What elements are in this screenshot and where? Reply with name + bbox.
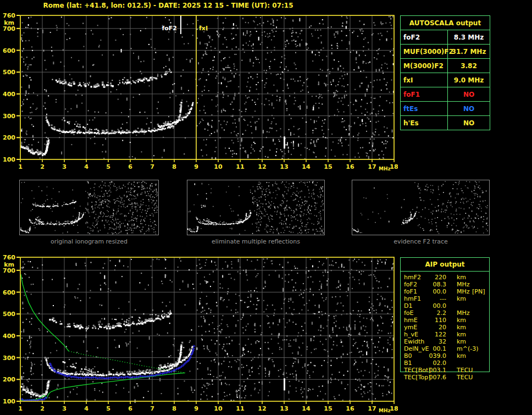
svg-text:400: 400 bbox=[3, 91, 15, 98]
svg-text:10: 10 bbox=[214, 405, 223, 412]
fof2-marker-label: foF2 bbox=[162, 25, 177, 32]
panel-caption-eliminate: eliminate multiple reflections bbox=[187, 238, 325, 245]
autoscala-param-value: 9.0 MHz bbox=[448, 73, 490, 87]
autoscala-row-h'Es: h'EsNO bbox=[401, 116, 490, 130]
aip-row-foF2: foF208.3MHz bbox=[400, 281, 490, 288]
autoscala-param-label: foF1 bbox=[401, 87, 448, 101]
svg-text:12: 12 bbox=[258, 405, 266, 412]
aip-unit: MHz bbox=[457, 309, 470, 317]
svg-text:7: 7 bbox=[150, 163, 154, 170]
svg-text:200: 200 bbox=[3, 376, 15, 383]
svg-text:600: 600 bbox=[3, 289, 15, 296]
autoscala-param-value: NO bbox=[448, 102, 490, 115]
autoscala-param-value: NO bbox=[448, 87, 490, 101]
autoscala-param-label: foF2 bbox=[401, 30, 448, 44]
aip-label: foF2 bbox=[404, 281, 417, 288]
aip-value: 00.0 bbox=[424, 288, 446, 295]
aip-row-TEC[Top]: TEC[Top]007.6TECU bbox=[400, 374, 490, 381]
svg-text:300: 300 bbox=[3, 355, 15, 362]
panel-caption-original: original ionogram resized bbox=[19, 238, 159, 245]
aip-row-h_vE: h_vE122km bbox=[400, 331, 490, 338]
svg-text:600: 600 bbox=[3, 47, 15, 54]
aip-value: 2.2 bbox=[424, 309, 446, 317]
svg-text:18: 18 bbox=[390, 405, 398, 412]
aip-row-Ewidth: Ewidth32km bbox=[400, 338, 490, 345]
svg-text:4: 4 bbox=[84, 163, 88, 170]
speckle-noise bbox=[21, 181, 158, 234]
aip-unit: km bbox=[457, 338, 466, 345]
autoscala-row-foF1: foF1NO bbox=[401, 87, 490, 102]
autoscala-param-label: ftEs bbox=[401, 102, 448, 115]
svg-text:400: 400 bbox=[3, 333, 15, 340]
speckle-noise bbox=[21, 258, 394, 403]
aip-unit: TECU bbox=[457, 374, 473, 381]
aip-label: Ewidth bbox=[404, 338, 424, 345]
svg-text:11: 11 bbox=[236, 405, 244, 412]
echo-traces bbox=[20, 200, 84, 234]
svg-text:17: 17 bbox=[368, 163, 376, 170]
svg-text:6: 6 bbox=[128, 405, 132, 412]
echo-traces bbox=[20, 311, 193, 397]
aip-label: ymE bbox=[404, 324, 417, 331]
svg-text:8: 8 bbox=[172, 163, 176, 170]
svg-text:6: 6 bbox=[128, 163, 132, 170]
svg-text:10: 10 bbox=[214, 163, 223, 170]
svg-text:2: 2 bbox=[40, 405, 45, 412]
grid-lines bbox=[20, 15, 394, 159]
svg-text:5: 5 bbox=[106, 163, 110, 170]
aip-unit: km bbox=[457, 331, 466, 338]
aip-label: hmF1 bbox=[404, 295, 421, 302]
autoscala-row-MUF(3000)F2: MUF(3000)F231.7 MHz bbox=[401, 45, 490, 59]
svg-text:km: km bbox=[4, 19, 14, 26]
aip-row-B0: B0039.0km bbox=[400, 352, 490, 359]
svg-text:16: 16 bbox=[346, 405, 354, 412]
autoscala-row-fxI: fxI9.0 MHz bbox=[401, 73, 490, 87]
autoscala-row-M(3000)F2: M(3000)F23.82 bbox=[401, 59, 490, 73]
aip-value: 003.1 bbox=[424, 367, 446, 374]
svg-text:11: 11 bbox=[236, 163, 244, 170]
aip-label: foF1 bbox=[404, 288, 417, 295]
autoscala-param-label: M(3000)F2 bbox=[401, 59, 448, 73]
svg-text:14: 14 bbox=[302, 405, 311, 412]
aip-value: 00.0 bbox=[424, 302, 446, 309]
svg-text:9: 9 bbox=[194, 405, 198, 412]
svg-text:2: 2 bbox=[40, 163, 45, 170]
svg-text:15: 15 bbox=[324, 163, 332, 170]
aip-value: 110 bbox=[424, 317, 446, 324]
aip-value: 122 bbox=[424, 331, 446, 338]
aip-label: B0 bbox=[404, 352, 412, 359]
aip-unit: km bbox=[457, 295, 466, 302]
fxi-marker-label: fxI bbox=[199, 25, 208, 32]
aip-row-hmF1: hmF1---km bbox=[400, 295, 490, 302]
aip-unit: m^(-3) bbox=[457, 345, 478, 352]
aip-value: 32 bbox=[424, 338, 446, 345]
panel-evidence-f2-trace bbox=[352, 180, 490, 235]
autoscala-screen: Rome (lat: +41.8, lon: 012.5) - DATE: 20… bbox=[0, 0, 532, 415]
aip-unit: km bbox=[457, 274, 466, 281]
autoscala-row-ftEs: ftEsNO bbox=[401, 102, 490, 116]
speckle-noise bbox=[361, 181, 488, 234]
aip-value: --- bbox=[424, 295, 446, 302]
aip-unit: MHz bbox=[457, 281, 470, 288]
svg-text:9: 9 bbox=[194, 163, 198, 170]
svg-text:100: 100 bbox=[3, 398, 15, 405]
aip-extra: [PN] bbox=[472, 288, 485, 295]
svg-text:8: 8 bbox=[172, 405, 176, 412]
autoscala-param-value: 8.3 MHz bbox=[448, 30, 490, 44]
aip-row-TEC[Bot]: TEC[Bot]003.1TECU bbox=[400, 367, 490, 374]
aip-row-hmE: hmE110km bbox=[400, 317, 490, 324]
aip-row-B1: B102.0 bbox=[400, 359, 490, 367]
aip-unit: km bbox=[457, 317, 466, 324]
svg-text:15: 15 bbox=[324, 405, 332, 412]
axes: 760700600500400300200100km12345678910111… bbox=[3, 254, 398, 413]
aip-row-ymE: ymE20km bbox=[400, 324, 490, 331]
echo-traces bbox=[187, 205, 252, 233]
panel-eliminate-multiples bbox=[187, 180, 325, 235]
aip-row-D1: D100.0 bbox=[400, 302, 490, 309]
aip-label: foE bbox=[404, 309, 414, 317]
aip-label: B1 bbox=[404, 359, 412, 367]
autoscala-param-label: MUF(3000)F2 bbox=[401, 45, 448, 58]
aip-unit: km bbox=[457, 352, 466, 359]
autoscala-param-value: 3.82 bbox=[448, 59, 490, 73]
svg-text:16: 16 bbox=[346, 163, 354, 170]
